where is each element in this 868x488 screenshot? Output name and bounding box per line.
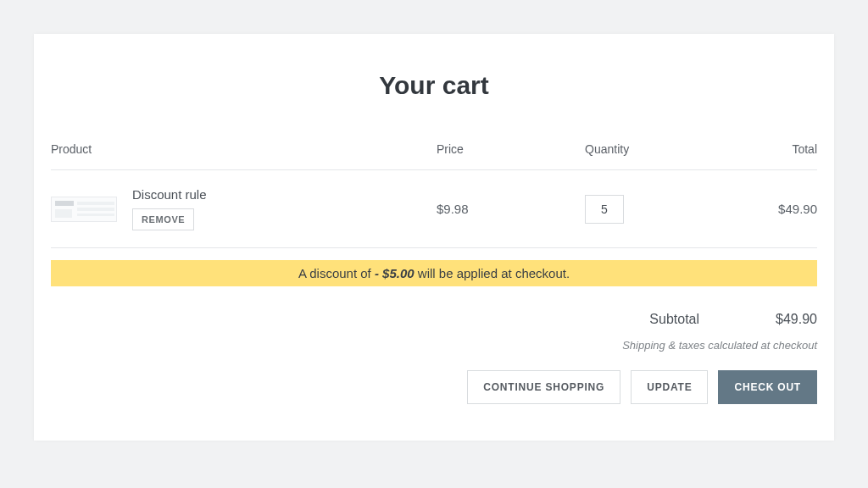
shipping-note: Shipping & taxes calculated at checkout xyxy=(51,339,817,352)
header-price: Price xyxy=(437,142,585,156)
product-name[interactable]: Discount rule xyxy=(132,187,207,202)
page-title: Your cart xyxy=(51,71,817,100)
cart-card: Your cart Product Price Quantity Total D… xyxy=(34,34,834,441)
checkout-button[interactable]: CHECK OUT xyxy=(718,370,817,404)
table-row: Discount rule REMOVE $9.98 $49.90 xyxy=(51,170,817,248)
product-cell: Discount rule REMOVE xyxy=(51,187,437,230)
action-bar: CONTINUE SHOPPING UPDATE CHECK OUT xyxy=(51,370,817,404)
header-quantity: Quantity xyxy=(585,142,729,156)
subtotal-row: Subtotal $49.90 xyxy=(51,312,817,327)
product-info: Discount rule REMOVE xyxy=(132,187,207,230)
update-button[interactable]: UPDATE xyxy=(631,370,708,404)
header-product: Product xyxy=(51,142,437,156)
subtotal-label: Subtotal xyxy=(649,312,699,327)
table-header: Product Price Quantity Total xyxy=(51,142,817,170)
price-cell: $9.98 xyxy=(437,202,585,216)
quantity-cell xyxy=(585,195,729,224)
subtotal-value: $49.90 xyxy=(776,312,817,327)
line-total: $49.90 xyxy=(729,202,817,216)
banner-amount: - $5.00 xyxy=(375,266,415,280)
discount-banner: A discount of - $5.00 will be applied at… xyxy=(51,260,817,286)
quantity-input[interactable] xyxy=(585,195,624,224)
banner-prefix: A discount of xyxy=(298,266,375,280)
remove-button[interactable]: REMOVE xyxy=(132,208,194,230)
product-thumbnail[interactable] xyxy=(51,197,117,222)
banner-suffix: will be applied at checkout. xyxy=(415,266,570,280)
header-total: Total xyxy=(729,142,817,156)
continue-shopping-button[interactable]: CONTINUE SHOPPING xyxy=(467,370,620,404)
